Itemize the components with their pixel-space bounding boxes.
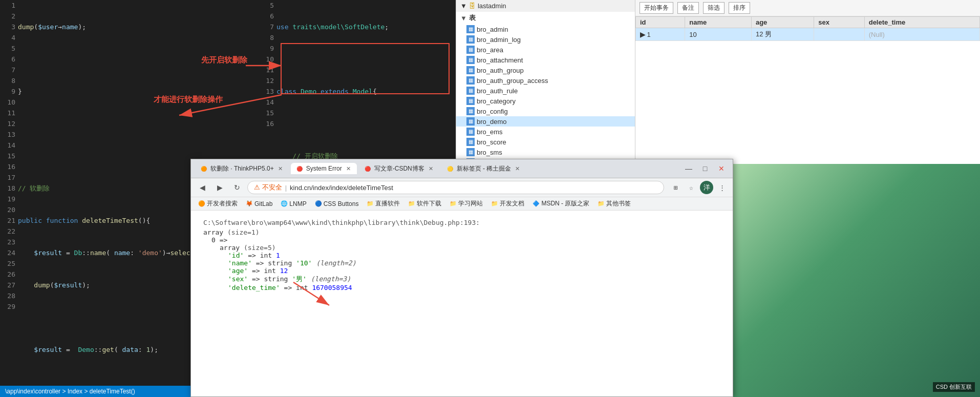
address-bar[interactable]: ⚠ 不安全 | kind.cn/index/index/deleteTimeTe… <box>247 181 664 194</box>
table-name-label: bro_admin_log <box>477 36 521 44</box>
table-name-label: bro_category <box>477 97 516 105</box>
bookmarks-bar: 🟠 开发者搜索 🦊 GitLab 🌐 LNMP 🔵 CSS Buttons 📁 … <box>191 197 733 211</box>
db-table-item-bro_score[interactable]: ▦bro_score <box>456 137 635 147</box>
bookmark-icon-2: 🦊 <box>246 200 253 207</box>
col-header-id: id <box>636 17 685 28</box>
annotation-label-first: 先开启软删除 <box>201 55 247 65</box>
browser-window[interactable]: 🟠 软删除 · ThinkPHP5.0+ ✕ 🔴 System Error ✕ … <box>190 159 733 397</box>
db-table-item-bro_config[interactable]: ▦bro_config <box>456 106 635 116</box>
bookmark-dev-search[interactable]: 🟠 开发者搜索 <box>195 198 241 209</box>
bookmark-msdn[interactable]: 🔷 MSDN - 原版之家 <box>529 198 592 209</box>
bookmark-css-buttons[interactable]: 🔵 CSS Buttons <box>312 199 362 208</box>
tab-favicon-1: 🟠 <box>200 165 207 172</box>
table-name-label: bro_ems <box>477 128 503 136</box>
db-category-tables[interactable]: ▼ 表 <box>456 12 635 24</box>
window-maximize-btn[interactable]: □ <box>698 161 712 176</box>
table-icon: ▦ <box>466 46 475 54</box>
cell-sex <box>814 28 864 41</box>
tab-label-4: 新标签页 - 稀土掘金 <box>457 164 512 173</box>
more-options-icon[interactable]: ⋮ <box>715 181 729 194</box>
bookmark-study-site[interactable]: 📁 学习网站 <box>446 198 486 209</box>
filter-btn[interactable]: 筛选 <box>703 2 725 14</box>
tab-juejin[interactable]: 🟡 新标签页 - 稀土掘金 ✕ <box>441 162 526 175</box>
tab-close-3[interactable]: ✕ <box>428 165 434 172</box>
cell-delete-time: (Null) <box>864 28 979 41</box>
table-name-label: bro_area <box>477 46 503 54</box>
bookmark-other[interactable]: 📁 其他书签 <box>594 198 634 209</box>
db-table-list: ▦bro_admin▦bro_admin_log▦bro_area▦bro_at… <box>456 24 635 164</box>
bookmark-label-2: GitLab <box>254 200 272 207</box>
back-btn[interactable]: ◀ <box>195 180 209 195</box>
db-table-item-bro_attachment[interactable]: ▦bro_attachment <box>456 55 635 65</box>
browser-content: C:\Software\bro\wamp64\www\kind\thinkphp… <box>191 211 733 396</box>
db-table-item-bro_auth_rule[interactable]: ▦bro_auth_rule <box>456 86 635 96</box>
cell-row-arrow: ▶ 1 <box>636 28 685 41</box>
bookmark-live-software[interactable]: 📁 直播软件 <box>364 198 403 209</box>
data-panel: 开始事务 备注 筛选 排序 id name age sex delete_tim… <box>635 0 980 164</box>
db-table-item-bro_auth_group[interactable]: ▦bro_auth_group <box>456 65 635 75</box>
bookmark-label-4: CSS Buttons <box>324 200 359 207</box>
table-row[interactable]: ▶ 1 10 12 男 (Null) <box>636 28 980 41</box>
backup-btn[interactable]: 备注 <box>677 2 699 14</box>
bookmark-icon-5: 📁 <box>367 200 374 207</box>
col-header-age: age <box>751 17 814 28</box>
forward-btn[interactable]: ▶ <box>212 180 227 195</box>
table-icon: ▦ <box>466 87 475 95</box>
db-table-item-bro_ems[interactable]: ▦bro_ems <box>456 127 635 137</box>
db-panel: ▼ 🗄 lastadmin ▼ 表 ▦bro_admin▦bro_admin_l… <box>456 0 635 164</box>
debug-field-id: 'id' => int 1 <box>203 252 720 259</box>
debug-array-root: array (size=1) <box>203 228 720 236</box>
line-numbers-left: 1 2 3 4 5 6 7 8 9 10 11 12 13 14 15 16 1… <box>0 0 18 397</box>
db-table-item-bro_sms[interactable]: ▦bro_sms <box>456 147 635 157</box>
bookmark-star-icon[interactable]: ☆ <box>685 181 698 194</box>
db-category-label: 表 <box>469 13 476 23</box>
bookmark-dev-docs[interactable]: 📁 开发文档 <box>488 198 527 209</box>
table-name-label: bro_attachment <box>477 56 523 64</box>
window-minimize-btn[interactable]: — <box>681 161 696 176</box>
tab-close-2[interactable]: ✕ <box>345 165 352 172</box>
bookmark-label-7: 学习网站 <box>458 199 483 208</box>
window-close-btn[interactable]: ✕ <box>714 161 729 176</box>
table-name-label: bro_auth_group <box>477 67 524 74</box>
browser-nav: ◀ ▶ ↻ ⚠ 不安全 | kind.cn/index/index/delete… <box>191 178 733 197</box>
table-icon: ▦ <box>466 76 475 85</box>
db-table-item-bro_admin_log[interactable]: ▦bro_admin_log <box>456 34 635 45</box>
tab-close-1[interactable]: ✕ <box>277 165 284 172</box>
table-name-label: bro_auth_rule <box>477 87 518 95</box>
right-bottom-panel <box>733 164 980 397</box>
tab-system-error[interactable]: 🔴 System Error ✕ <box>291 163 357 174</box>
bookmark-label-10: 其他书签 <box>606 199 631 208</box>
address-url: kind.cn/index/index/deleteTimeTest <box>290 184 393 192</box>
tab-soft-delete[interactable]: 🟠 软删除 · ThinkPHP5.0+ ✕ <box>195 162 289 175</box>
start-transaction-btn[interactable]: 开始事务 <box>640 2 673 14</box>
table-icon: ▦ <box>466 35 475 44</box>
table-name-label: bro_demo <box>477 118 507 126</box>
db-table-item-bro_admin[interactable]: ▦bro_admin <box>456 24 635 34</box>
bookmark-icon-1: 🟠 <box>198 200 205 207</box>
bookmark-lnmp[interactable]: 🌐 LNMP <box>278 199 309 208</box>
table-icon: ▦ <box>466 128 475 136</box>
soft-delete-annotation-box <box>281 43 450 94</box>
db-table-item-bro_category[interactable]: ▦bro_category <box>456 96 635 106</box>
db-table-item-bro_auth_group_access[interactable]: ▦bro_auth_group_access <box>456 75 635 86</box>
table-icon: ▦ <box>466 56 475 64</box>
bookmark-icon-3: 🌐 <box>281 200 288 207</box>
refresh-btn[interactable]: ↻ <box>230 180 244 195</box>
tab-close-4[interactable]: ✕ <box>514 165 521 172</box>
db-table-item-bro_area[interactable]: ▦bro_area <box>456 45 635 55</box>
data-table: id name age sex delete_time ▶ 1 10 12 男 … <box>635 16 980 41</box>
col-header-sex: sex <box>814 17 864 28</box>
db-table-item-bro_demo[interactable]: ▦bro_demo <box>456 116 635 127</box>
bookmark-label-1: 开发者搜索 <box>207 199 238 208</box>
extensions-icon[interactable]: ⊞ <box>669 181 683 194</box>
sort-btn[interactable]: 排序 <box>729 2 750 14</box>
table-icon: ▦ <box>466 25 475 33</box>
tab-favicon-2: 🔴 <box>296 165 303 172</box>
tab-csdn[interactable]: 🔴 写文章-CSDN博客 ✕ <box>359 162 439 175</box>
bookmark-software-download[interactable]: 📁 软件下载 <box>405 198 444 209</box>
profile-icon[interactable]: 洋 <box>700 181 713 194</box>
bookmark-icon-9: 🔷 <box>532 200 540 207</box>
tab-label-2: System Error <box>306 165 342 172</box>
bookmark-gitlab[interactable]: 🦊 GitLab <box>243 199 275 208</box>
cell-name: 10 <box>685 28 752 41</box>
